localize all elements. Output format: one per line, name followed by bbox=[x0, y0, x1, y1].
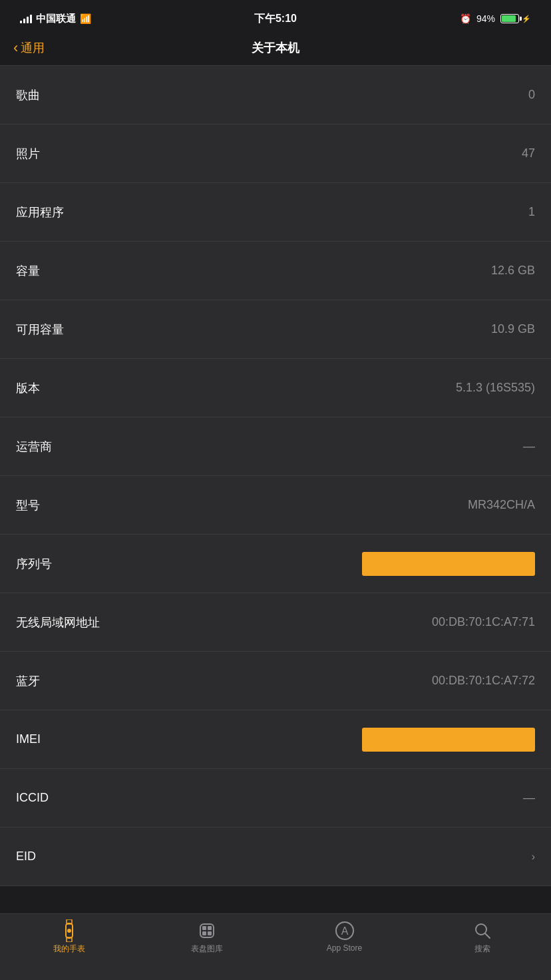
tab-watch-label: 我的手表 bbox=[53, 943, 85, 955]
item-value: 12.6 GB bbox=[491, 264, 535, 278]
chevron-right-icon: › bbox=[532, 851, 535, 863]
item-value: 47 bbox=[522, 146, 535, 160]
list-item: 容量12.6 GB bbox=[0, 242, 551, 300]
list-item: 序列号 bbox=[0, 535, 551, 593]
item-label: 运营商 bbox=[16, 439, 52, 455]
tab-app-store[interactable]: A App Store bbox=[276, 921, 413, 953]
tab-search[interactable]: 搜索 bbox=[413, 921, 551, 955]
item-label: 歌曲 bbox=[16, 87, 40, 103]
list-item: 版本5.1.3 (16S535) bbox=[0, 359, 551, 417]
list-item: ICCID— bbox=[0, 769, 551, 828]
status-left: 中国联通 📶 bbox=[20, 13, 91, 25]
list-item: IMEI bbox=[0, 710, 551, 769]
alarm-icon: ⏰ bbox=[460, 13, 471, 24]
back-chevron-icon: ‹ bbox=[13, 41, 18, 55]
tab-search-label: 搜索 bbox=[474, 943, 490, 955]
item-label: 蓝牙 bbox=[16, 673, 40, 689]
svg-rect-8 bbox=[208, 931, 212, 935]
search-tab-icon bbox=[472, 921, 492, 941]
signal-bars bbox=[20, 14, 32, 23]
item-label: ICCID bbox=[16, 791, 49, 805]
item-value bbox=[362, 552, 535, 576]
item-value: › bbox=[532, 851, 535, 863]
status-time: 下午5:10 bbox=[254, 12, 297, 26]
list-item: 照片47 bbox=[0, 124, 551, 183]
svg-rect-4 bbox=[200, 924, 214, 937]
svg-rect-5 bbox=[202, 926, 206, 930]
item-label: 型号 bbox=[16, 497, 40, 513]
content-list: 歌曲0照片47应用程序1容量12.6 GB可用容量10.9 GB版本5.1.3 … bbox=[0, 66, 551, 953]
tab-dial-gallery[interactable]: 表盘图库 bbox=[138, 921, 276, 955]
back-button[interactable]: ‹ 通用 bbox=[13, 40, 45, 56]
svg-line-12 bbox=[485, 933, 490, 938]
svg-rect-6 bbox=[208, 926, 212, 930]
nav-bar: ‹ 通用 关于本机 bbox=[0, 33, 551, 66]
list-item: 可用容量10.9 GB bbox=[0, 300, 551, 359]
charging-icon: ⚡ bbox=[522, 15, 531, 23]
battery-indicator: ⚡ bbox=[500, 14, 531, 23]
wifi-icon: 📶 bbox=[80, 13, 91, 24]
item-label: 容量 bbox=[16, 263, 40, 279]
list-item: 无线局域网地址00:DB:70:1C:A7:71 bbox=[0, 593, 551, 652]
item-value: 00:DB:70:1C:A7:71 bbox=[432, 615, 535, 629]
tab-my-watch[interactable]: 我的手表 bbox=[0, 921, 138, 955]
dial-tab-icon bbox=[197, 921, 217, 941]
item-label: 无线局域网地址 bbox=[16, 614, 100, 630]
carrier-label: 中国联通 bbox=[36, 13, 76, 25]
list-item: 歌曲0 bbox=[0, 66, 551, 124]
status-right: ⏰ 94% ⚡ bbox=[460, 13, 531, 24]
item-value: 0 bbox=[528, 88, 535, 102]
item-value: 1 bbox=[528, 205, 535, 219]
battery-percent: 94% bbox=[476, 13, 495, 24]
page-title: 关于本机 bbox=[252, 40, 299, 56]
watch-tab-icon bbox=[59, 921, 79, 941]
status-bar: 中国联通 📶 下午5:10 ⏰ 94% ⚡ bbox=[0, 0, 551, 33]
appstore-tab-icon: A bbox=[335, 921, 355, 941]
item-label: IMEI bbox=[16, 732, 41, 746]
item-value: 5.1.3 (16S535) bbox=[456, 381, 535, 395]
svg-rect-7 bbox=[202, 931, 206, 935]
item-label: 版本 bbox=[16, 380, 40, 396]
list-item[interactable]: EID› bbox=[0, 828, 551, 886]
item-label: EID bbox=[16, 850, 36, 863]
list-item: 应用程序1 bbox=[0, 183, 551, 242]
item-value bbox=[362, 728, 535, 752]
item-value: MR342CH/A bbox=[468, 498, 535, 512]
svg-point-3 bbox=[67, 929, 71, 933]
item-value: 10.9 GB bbox=[491, 322, 535, 336]
item-value: — bbox=[523, 791, 535, 805]
item-label: 序列号 bbox=[16, 556, 52, 572]
tab-bar: 我的手表 表盘图库 A App Store bbox=[0, 913, 551, 980]
list-item: 蓝牙00:DB:70:1C:A7:72 bbox=[0, 652, 551, 710]
svg-text:A: A bbox=[341, 925, 348, 937]
tab-dial-label: 表盘图库 bbox=[191, 943, 223, 955]
item-label: 照片 bbox=[16, 146, 40, 162]
list-item: 型号MR342CH/A bbox=[0, 476, 551, 535]
tab-appstore-label: App Store bbox=[327, 943, 362, 953]
item-value: 00:DB:70:1C:A7:72 bbox=[432, 674, 535, 688]
item-label: 应用程序 bbox=[16, 204, 64, 220]
back-label: 通用 bbox=[21, 40, 45, 56]
list-item: 运营商— bbox=[0, 417, 551, 476]
item-label: 可用容量 bbox=[16, 322, 64, 338]
item-value: — bbox=[523, 439, 535, 453]
